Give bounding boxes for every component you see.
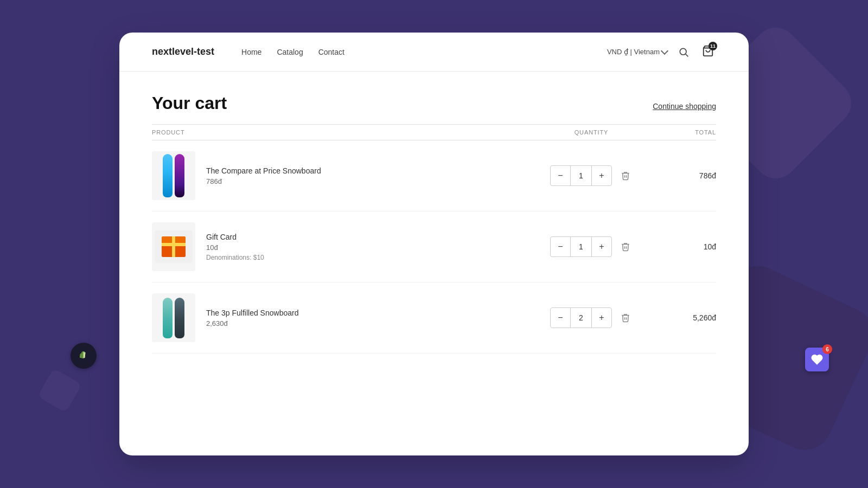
qty-value-3: 2 bbox=[570, 308, 592, 328]
wishlist-fab[interactable]: 6 bbox=[805, 348, 829, 371]
gift-ribbon-vertical bbox=[172, 236, 175, 257]
qty-control-2: − 1 + bbox=[550, 236, 612, 257]
chevron-down-icon bbox=[661, 47, 668, 55]
navbar: nextlevel-test Home Catalog Contact VND … bbox=[119, 33, 749, 72]
cart-item-3: The 3p Fulfilled Snowboard 2,630đ − 2 + bbox=[152, 282, 716, 354]
cart-title: Your cart bbox=[152, 93, 227, 113]
qty-control-3: − 2 + bbox=[550, 307, 612, 328]
nav-home[interactable]: Home bbox=[241, 48, 261, 56]
product-variant-2: Denominations: $10 bbox=[206, 254, 264, 261]
nav-links: Home Catalog Contact bbox=[241, 48, 607, 56]
snowboard1-img bbox=[163, 154, 184, 197]
delete-btn-1[interactable] bbox=[618, 169, 633, 183]
product-info-2: Gift Card 10đ Denominations: $10 bbox=[206, 233, 264, 261]
cart-header-row: Your cart Continue shopping bbox=[152, 93, 716, 113]
product-name-2[interactable]: Gift Card bbox=[206, 233, 264, 241]
product-col-2: Gift Card 10đ Denominations: $10 bbox=[152, 222, 532, 271]
continue-shopping-link[interactable]: Continue shopping bbox=[653, 102, 716, 111]
total-col-1: 786đ bbox=[651, 171, 716, 180]
delete-btn-3[interactable] bbox=[618, 311, 633, 325]
shopify-fab[interactable] bbox=[71, 343, 97, 369]
bg-decoration-3 bbox=[37, 368, 82, 413]
cart-icon-wrap: 11 bbox=[702, 45, 714, 57]
product-name-3[interactable]: The 3p Fulfilled Snowboard bbox=[206, 309, 298, 317]
currency-label: VND ₫ | Vietnam bbox=[607, 48, 660, 56]
qty-value-2: 1 bbox=[570, 237, 592, 256]
product-price-3: 2,630đ bbox=[206, 319, 298, 328]
product-image-1 bbox=[152, 151, 195, 200]
snowboard3-img bbox=[163, 298, 184, 338]
quantity-col-2: − 1 + bbox=[532, 236, 651, 257]
qty-value-1: 1 bbox=[570, 166, 592, 185]
brand-logo[interactable]: nextlevel-test bbox=[152, 46, 214, 57]
product-info-1: The Compare at Price Snowboard 786đ bbox=[206, 166, 321, 185]
cart-item-2: Gift Card 10đ Denominations: $10 − 1 + bbox=[152, 211, 716, 282]
quantity-col-3: − 2 + bbox=[532, 307, 651, 328]
svg-point-0 bbox=[680, 48, 686, 55]
quantity-col-1: − 1 + bbox=[532, 165, 651, 186]
delete-btn-2[interactable] bbox=[618, 240, 633, 254]
nav-catalog[interactable]: Catalog bbox=[277, 48, 303, 56]
product-image-2 bbox=[152, 222, 195, 271]
qty-minus-1[interactable]: − bbox=[551, 166, 570, 185]
product-col-3: The 3p Fulfilled Snowboard 2,630đ bbox=[152, 293, 532, 342]
product-col-1: The Compare at Price Snowboard 786đ bbox=[152, 151, 532, 200]
board-dark bbox=[175, 298, 184, 338]
wishlist-badge: 6 bbox=[822, 344, 832, 354]
gift-ribbon-horizontal bbox=[162, 243, 186, 246]
main-card: nextlevel-test Home Catalog Contact VND … bbox=[119, 33, 749, 455]
total-col-3: 5,260đ bbox=[651, 313, 716, 322]
total-col-2: 10đ bbox=[651, 242, 716, 251]
search-button[interactable] bbox=[676, 44, 691, 60]
trash-icon-2 bbox=[621, 242, 630, 252]
product-name-1[interactable]: The Compare at Price Snowboard bbox=[206, 166, 321, 175]
board-left bbox=[163, 154, 173, 197]
board-right bbox=[175, 154, 184, 197]
cart-columns-header: PRODUCT QUANTITY TOTAL bbox=[152, 124, 716, 140]
qty-control-1: − 1 + bbox=[550, 165, 612, 186]
qty-plus-1[interactable]: + bbox=[592, 166, 611, 185]
gift-box bbox=[162, 236, 186, 257]
shopify-icon bbox=[76, 348, 91, 363]
cart-item-1: The Compare at Price Snowboard 786đ − 1 … bbox=[152, 140, 716, 211]
trash-icon-1 bbox=[621, 171, 630, 181]
search-icon bbox=[678, 47, 689, 57]
qty-minus-2[interactable]: − bbox=[551, 237, 570, 256]
page-content: Your cart Continue shopping PRODUCT QUAN… bbox=[119, 72, 749, 375]
cart-button[interactable]: 11 bbox=[700, 43, 716, 61]
product-price-2: 10đ bbox=[206, 243, 264, 252]
svg-line-1 bbox=[686, 54, 688, 56]
nav-contact[interactable]: Contact bbox=[318, 48, 344, 56]
trash-icon-3 bbox=[621, 313, 630, 323]
cart-badge: 11 bbox=[709, 42, 717, 50]
col-total-header: TOTAL bbox=[651, 129, 716, 136]
product-image-3 bbox=[152, 293, 195, 342]
qty-minus-3[interactable]: − bbox=[551, 308, 570, 328]
qty-plus-2[interactable]: + bbox=[592, 237, 611, 256]
gift-card-img bbox=[155, 230, 193, 263]
col-product-header: PRODUCT bbox=[152, 129, 532, 136]
heart-icon bbox=[811, 354, 823, 365]
board-teal bbox=[163, 298, 173, 338]
product-info-3: The 3p Fulfilled Snowboard 2,630đ bbox=[206, 309, 298, 328]
nav-right: VND ₫ | Vietnam 11 bbox=[607, 43, 716, 61]
col-quantity-header: QUANTITY bbox=[532, 129, 651, 136]
product-price-1: 786đ bbox=[206, 177, 321, 185]
qty-plus-3[interactable]: + bbox=[592, 308, 611, 328]
currency-selector[interactable]: VND ₫ | Vietnam bbox=[607, 48, 667, 56]
